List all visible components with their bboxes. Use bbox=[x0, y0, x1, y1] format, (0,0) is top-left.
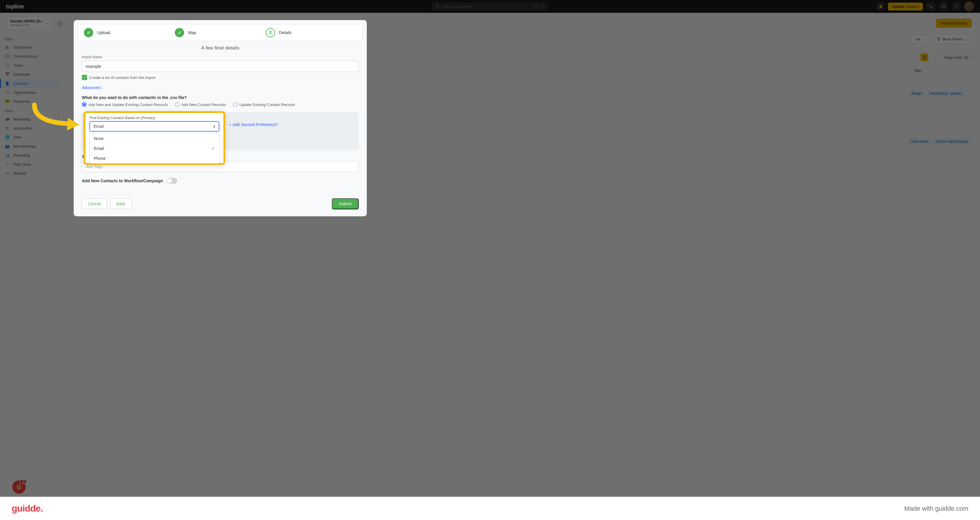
dropdown-option[interactable]: Phone bbox=[90, 154, 219, 163]
radio-icon bbox=[175, 102, 180, 107]
advanced-toggle[interactable]: Advanced› bbox=[82, 85, 359, 90]
check-icon: ✓ bbox=[84, 28, 93, 37]
modal-footer: Cancel Back Submit bbox=[74, 198, 367, 216]
dropdown-option[interactable]: Email✓ bbox=[90, 144, 219, 154]
cancel-button[interactable]: Cancel bbox=[82, 198, 107, 209]
radio-icon bbox=[82, 102, 86, 107]
import-name-label: Import Name bbox=[82, 55, 359, 59]
radio-icon bbox=[233, 102, 237, 107]
check-icon: ✓ bbox=[175, 28, 184, 37]
made-with-label: Made with guidde.com bbox=[904, 505, 968, 512]
primary-match-label: Find Existing Contacts Based on (Primary… bbox=[89, 116, 220, 120]
updown-icon: ▴▾ bbox=[213, 125, 215, 128]
csv-action-question: What do you want to do with contact/s in… bbox=[82, 95, 359, 100]
step-details: 3 Details bbox=[266, 28, 356, 37]
guidde-footer: guidde. Made with guidde.com bbox=[0, 497, 980, 520]
dropdown-option[interactable]: None bbox=[90, 134, 219, 144]
back-button[interactable]: Back bbox=[110, 198, 132, 209]
chevron-right-icon: › bbox=[101, 85, 103, 90]
radio-option[interactable]: Add New and Update Existing Contact Reco… bbox=[82, 102, 168, 107]
highlight-dropdown: Find Existing Contacts Based on (Primary… bbox=[84, 111, 225, 165]
check-icon: ✓ bbox=[212, 146, 215, 151]
modal-title: A few final details bbox=[74, 45, 367, 51]
guidde-logo: guidde. bbox=[12, 503, 43, 514]
submit-button[interactable]: Submit bbox=[332, 198, 359, 209]
radio-group: Add New and Update Existing Contact Reco… bbox=[82, 102, 359, 107]
step-upload: ✓ Upload bbox=[84, 28, 175, 37]
workflow-toggle-row: Add New Contacts to Workflow/Campaign bbox=[82, 178, 359, 184]
dropdown-list: NoneEmail✓Phone bbox=[89, 133, 220, 163]
workflow-toggle[interactable] bbox=[167, 178, 177, 184]
stepper: ✓ Upload ✓ Map 3 Details bbox=[78, 24, 363, 41]
primary-match-select[interactable]: Email ▴▾ bbox=[89, 121, 220, 132]
create-list-checkbox-row[interactable]: ✓ Create a list of contacts from the imp… bbox=[82, 75, 359, 80]
step-map: ✓ Map bbox=[175, 28, 266, 37]
add-second-preference-link[interactable]: +Add Second Preference? bbox=[229, 122, 278, 127]
radio-option[interactable]: Add New Contact Records bbox=[175, 102, 226, 107]
radio-option[interactable]: Update Existing Contact Records bbox=[233, 102, 295, 107]
plus-icon: + bbox=[229, 122, 231, 127]
checkbox-checked-icon: ✓ bbox=[82, 75, 87, 80]
import-name-input[interactable] bbox=[82, 61, 359, 72]
